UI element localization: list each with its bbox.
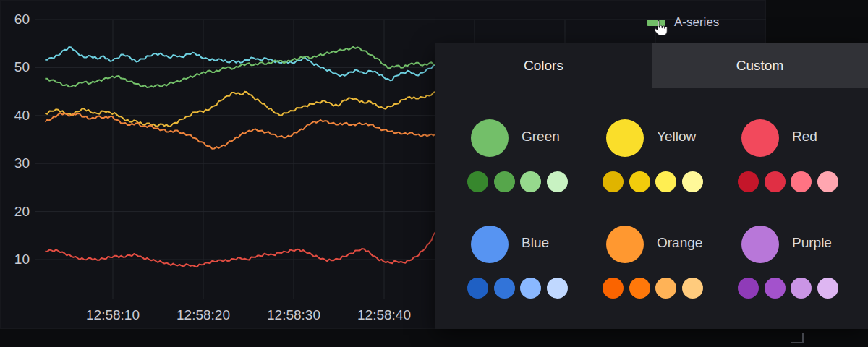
color-group-red: Red — [739, 119, 868, 206]
tab-custom[interactable]: Custom — [652, 43, 868, 88]
color-label: Purple — [792, 235, 832, 251]
series-line-orange-series — [45, 113, 435, 148]
color-group-purple: Purple — [739, 226, 868, 312]
panel-resize-handle[interactable] — [791, 333, 804, 343]
color-shade-swatch-orange-1[interactable] — [629, 278, 650, 299]
color-label: Green — [522, 129, 560, 145]
color-shade-swatch-red-3[interactable] — [817, 171, 838, 192]
color-shade-swatch-yellow-0[interactable] — [603, 171, 624, 192]
series-line-cyan-series — [45, 47, 435, 80]
color-shade-swatch-yellow-2[interactable] — [655, 171, 676, 192]
color-shade-swatch-blue-1[interactable] — [494, 278, 515, 299]
color-shade-swatch-purple-1[interactable] — [765, 278, 786, 299]
color-label: Orange — [657, 235, 702, 251]
x-tick-label: 12:58:20 — [167, 308, 239, 322]
color-group-blue: Blue — [469, 226, 600, 312]
legend-series-label: A-series — [674, 15, 719, 30]
color-picker-tabbar: Colors Custom — [435, 43, 868, 88]
color-label: Blue — [522, 235, 549, 251]
tab-colors[interactable]: Colors — [435, 43, 652, 88]
color-label: Red — [792, 129, 817, 145]
color-shade-swatch-blue-0[interactable] — [467, 278, 488, 299]
color-palette-grid: GreenYellowRedBlueOrangePurple — [435, 88, 868, 329]
color-shade-swatch-red-0[interactable] — [738, 171, 759, 192]
x-tick-label: 12:58:40 — [348, 308, 420, 322]
color-shade-swatch-purple-0[interactable] — [738, 278, 759, 299]
color-shade-swatch-blue-3[interactable] — [547, 278, 568, 299]
y-tick-label: 50 — [1, 60, 30, 74]
color-swatch-orange[interactable] — [606, 226, 644, 263]
dashboard-screen: 605040302010 12:58:1012:58:2012:58:3012:… — [0, 0, 868, 347]
color-shade-swatch-purple-2[interactable] — [791, 278, 812, 299]
color-swatch-blue[interactable] — [471, 226, 509, 263]
color-group-yellow: Yellow — [604, 119, 736, 206]
color-shade-swatch-green-3[interactable] — [547, 171, 568, 192]
color-shade-swatch-purple-3[interactable] — [817, 278, 838, 299]
color-shade-swatch-yellow-3[interactable] — [682, 171, 703, 192]
color-shade-swatch-red-1[interactable] — [765, 171, 786, 192]
legend-item-a-series[interactable]: A-series — [647, 15, 719, 30]
color-swatch-green[interactable] — [471, 119, 509, 157]
series-line-yellow-series — [45, 92, 435, 127]
legend-color-swatch[interactable] — [647, 20, 665, 26]
y-tick-label: 60 — [1, 12, 30, 27]
color-shade-swatch-yellow-1[interactable] — [629, 171, 650, 192]
color-swatch-purple[interactable] — [741, 226, 779, 263]
color-group-green: Green — [469, 119, 600, 206]
color-shade-swatch-green-0[interactable] — [467, 171, 488, 192]
y-tick-label: 10 — [1, 252, 30, 267]
color-label: Yellow — [657, 129, 696, 145]
color-shade-swatch-blue-2[interactable] — [520, 278, 541, 299]
color-group-orange: Orange — [604, 226, 736, 312]
color-shade-swatch-orange-0[interactable] — [603, 278, 624, 299]
color-shade-swatch-green-2[interactable] — [520, 171, 541, 192]
y-tick-label: 30 — [1, 156, 30, 171]
color-swatch-yellow[interactable] — [606, 119, 644, 157]
x-tick-label: 12:58:30 — [258, 308, 330, 322]
color-swatch-red[interactable] — [741, 119, 779, 157]
color-shade-swatch-orange-2[interactable] — [655, 278, 676, 299]
y-tick-label: 20 — [1, 205, 30, 219]
y-tick-label: 40 — [1, 108, 30, 123]
color-shade-swatch-green-1[interactable] — [494, 171, 515, 192]
color-shade-swatch-red-2[interactable] — [791, 171, 812, 192]
x-tick-label: 12:58:10 — [77, 308, 149, 322]
color-shade-swatch-orange-3[interactable] — [682, 278, 703, 299]
series-line-red-series — [45, 232, 435, 267]
color-picker-popover: Colors Custom GreenYellowRedBlueOrangePu… — [435, 43, 868, 329]
